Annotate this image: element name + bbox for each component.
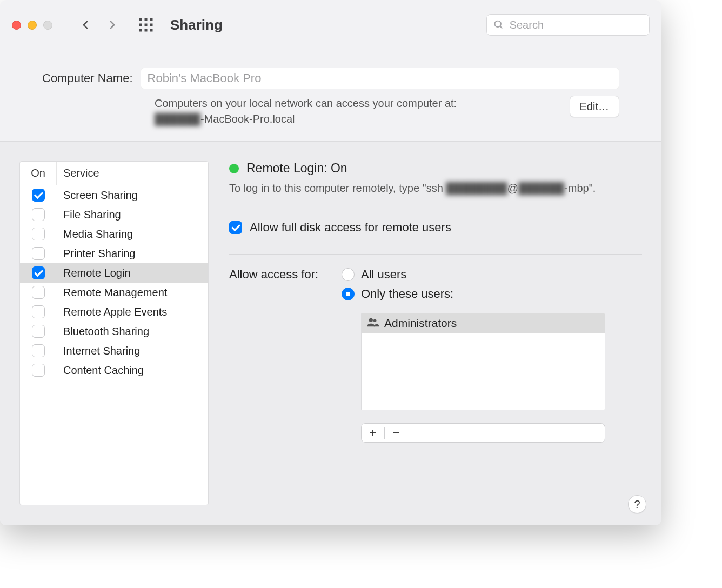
- help-icon: ?: [634, 498, 640, 511]
- divider: [229, 254, 642, 255]
- radio-all-users[interactable]: [342, 268, 355, 281]
- main-panel: On Service Screen SharingFile SharingMed…: [0, 141, 661, 525]
- service-label: Bluetooth Sharing: [57, 325, 149, 338]
- service-row[interactable]: File Sharing: [20, 205, 208, 224]
- window-controls: [12, 21, 52, 30]
- close-window-button[interactable]: [12, 21, 21, 30]
- service-checkbox[interactable]: [32, 228, 45, 240]
- minus-icon: [391, 428, 401, 438]
- service-label: Remote Login: [57, 267, 131, 279]
- add-user-button[interactable]: [362, 424, 384, 442]
- service-checkbox[interactable]: [32, 286, 45, 299]
- user-label: Administrators: [384, 317, 457, 330]
- service-row[interactable]: Screen Sharing: [20, 185, 208, 205]
- svg-rect-0: [139, 18, 142, 21]
- add-remove-toolbar: [361, 423, 605, 443]
- search-icon: [493, 19, 504, 31]
- service-label: File Sharing: [57, 209, 121, 221]
- computer-name-hint: Computers on your local network can acce…: [155, 96, 570, 127]
- zoom-window-button: [43, 21, 52, 30]
- titlebar: Sharing: [0, 0, 661, 50]
- computer-name-label: Computer Name:: [42, 71, 133, 85]
- service-row[interactable]: Content Caching: [20, 360, 208, 380]
- help-button[interactable]: ?: [628, 495, 646, 513]
- search-input[interactable]: [510, 19, 643, 31]
- svg-rect-6: [139, 29, 142, 32]
- service-row[interactable]: Printer Sharing: [20, 244, 208, 263]
- status-indicator-icon: [229, 164, 239, 173]
- edit-hostname-button[interactable]: Edit…: [570, 96, 619, 117]
- computer-name-input[interactable]: [141, 68, 619, 89]
- services-table: On Service Screen SharingFile SharingMed…: [19, 161, 209, 505]
- service-row[interactable]: Remote Apple Events: [20, 302, 208, 322]
- svg-point-9: [494, 21, 500, 27]
- people-icon: [367, 317, 379, 330]
- status-subtitle: To log in to this computer remotely, typ…: [229, 182, 642, 195]
- users-list[interactable]: Administrators: [361, 313, 605, 410]
- svg-point-12: [373, 319, 377, 323]
- service-row[interactable]: Remote Login: [20, 263, 208, 283]
- svg-rect-3: [139, 24, 142, 26]
- service-checkbox[interactable]: [32, 364, 45, 377]
- minimize-window-button[interactable]: [28, 21, 37, 30]
- full-disk-access-label: Allow full disk access for remote users: [250, 220, 451, 235]
- radio-only-these-users[interactable]: [342, 288, 355, 300]
- service-checkbox[interactable]: [32, 325, 45, 338]
- remove-user-button[interactable]: [385, 424, 407, 442]
- user-row[interactable]: Administrators: [362, 313, 605, 333]
- service-detail-panel: Remote Login: On To log in to this compu…: [209, 161, 642, 505]
- plus-icon: [368, 428, 378, 438]
- svg-rect-7: [145, 29, 148, 32]
- svg-rect-1: [145, 18, 148, 21]
- show-all-prefs-button[interactable]: [138, 17, 154, 33]
- column-on: On: [20, 162, 57, 185]
- status-title: Remote Login: On: [246, 161, 347, 176]
- service-row[interactable]: Remote Management: [20, 283, 208, 302]
- svg-rect-8: [150, 29, 153, 32]
- allow-access-label: Allow access for:: [229, 268, 332, 282]
- service-checkbox[interactable]: [32, 247, 45, 260]
- service-label: Remote Apple Events: [57, 306, 167, 318]
- radio-only-these-users-label: Only these users:: [361, 287, 453, 301]
- back-button[interactable]: [76, 14, 96, 36]
- service-checkbox[interactable]: [32, 266, 45, 279]
- service-label: Content Caching: [57, 364, 144, 377]
- svg-line-10: [500, 26, 502, 28]
- service-row[interactable]: Internet Sharing: [20, 341, 208, 360]
- forward-button: [102, 14, 122, 36]
- service-label: Media Sharing: [57, 228, 133, 240]
- page-title: Sharing: [170, 17, 223, 34]
- service-label: Internet Sharing: [57, 345, 140, 357]
- service-label: Printer Sharing: [57, 248, 135, 260]
- full-disk-access-checkbox[interactable]: [229, 221, 242, 234]
- service-checkbox[interactable]: [32, 189, 45, 202]
- column-service: Service: [57, 167, 99, 179]
- svg-rect-4: [145, 24, 148, 26]
- svg-rect-5: [150, 24, 153, 26]
- service-label: Screen Sharing: [57, 189, 138, 202]
- service-row[interactable]: Media Sharing: [20, 224, 208, 244]
- computer-name-section: Computer Name: Computers on your local n…: [0, 50, 661, 141]
- search-field[interactable]: [486, 14, 650, 36]
- radio-all-users-label: All users: [361, 268, 406, 282]
- svg-rect-2: [150, 18, 153, 21]
- svg-point-11: [369, 318, 373, 322]
- service-label: Remote Management: [57, 286, 167, 299]
- service-row[interactable]: Bluetooth Sharing: [20, 322, 208, 341]
- service-checkbox[interactable]: [32, 344, 45, 357]
- services-header: On Service: [20, 162, 208, 185]
- service-checkbox[interactable]: [32, 305, 45, 318]
- service-checkbox[interactable]: [32, 208, 45, 221]
- sharing-window: Sharing Computer Name: Computers on your…: [0, 0, 661, 525]
